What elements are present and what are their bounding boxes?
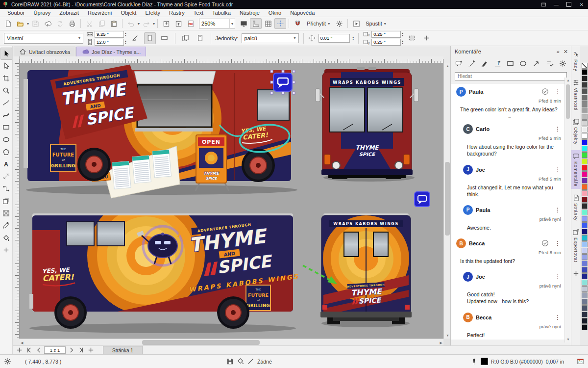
docker-tab-exportovat[interactable]: Exportovat [571,226,581,264]
rect-note-icon[interactable] [504,57,516,69]
new-document-icon[interactable] [2,18,14,29]
color-swatch[interactable] [582,158,588,164]
chevron-down-icon[interactable]: ▾ [138,22,140,26]
rulers-icon[interactable] [250,18,262,29]
menu-nastroje[interactable]: Nástroje [235,9,264,16]
no-color-swatch[interactable] [582,63,588,69]
tab-welcome-screen[interactable]: Uvítací obrazovka [14,47,75,56]
dimension-tool-icon[interactable] [0,170,12,183]
color-swatch[interactable] [582,324,588,330]
comment-menu-icon[interactable]: ⋮ [552,166,563,173]
ellipse-tool-icon[interactable] [0,133,12,146]
comment-thread[interactable]: PPaula⋮Před 8 minThe green color isn't a… [451,83,565,121]
menu-rozvrzeni[interactable]: Rozvržení [83,9,117,16]
gear-icon[interactable] [333,18,345,29]
color-swatch[interactable] [582,273,588,279]
zoom-tool-icon[interactable] [0,84,12,97]
comment-reply[interactable]: CCarlo⋮Před 5 minHow about using the log… [451,121,565,161]
import-icon[interactable] [160,18,172,29]
tab-current-document[interactable]: Joe Díaz - Thyme a... [76,47,146,56]
color-swatch[interactable] [582,95,588,101]
docker-tab-vlastnosti[interactable]: Vlastnosti [571,77,581,113]
color-swatch[interactable] [582,210,588,215]
truck-side-top[interactable]: ADVENTURES THROUGH THYME AND SPICE MENU [24,63,297,200]
drop-shadow-tool-icon[interactable] [0,195,12,207]
first-page-icon[interactable] [24,346,33,354]
ellipse-note-icon[interactable] [517,57,529,69]
color-swatch[interactable] [582,222,588,228]
zoom-level-combo[interactable]: ▾ [199,19,235,28]
menu-text[interactable]: Text [189,9,208,16]
export-icon[interactable] [172,18,184,29]
scroll-up-icon[interactable]: ▲ [446,64,449,69]
close-icon[interactable]: ✕ [575,0,588,9]
full-screen-icon[interactable] [238,18,249,29]
add-page-icon[interactable] [86,346,95,354]
comment-marker[interactable] [415,192,430,207]
color-swatch[interactable] [582,107,588,113]
snap-magnet-icon[interactable] [292,18,303,29]
color-swatch[interactable] [582,127,588,132]
color-swatch[interactable] [582,178,588,184]
menu-efekty[interactable]: Efekty [141,9,165,16]
color-swatch[interactable] [582,299,588,305]
all-pages-button[interactable] [180,32,192,44]
color-swatch[interactable] [582,171,588,177]
add-note-icon[interactable] [453,57,465,69]
color-swatch[interactable] [582,203,588,209]
vertical-scrollbar[interactable]: ▲ ▼ [443,63,450,339]
color-swatch[interactable] [582,101,588,107]
scroll-down-icon[interactable]: ▼ [566,337,570,342]
page-height-input[interactable] [95,39,124,46]
maximize-icon[interactable] [563,0,575,9]
color-swatch[interactable] [582,184,588,190]
thread-collapse-divider[interactable]: – [456,116,563,119]
shape-tool-icon[interactable] [0,60,12,72]
menu-napoveda[interactable]: Nápověda [286,9,319,16]
paste-icon[interactable] [108,18,120,29]
color-swatch[interactable] [582,241,588,247]
current-page-button[interactable] [195,32,206,44]
nudge-spinner[interactable]: ▴▾ [353,36,354,41]
add-page-icon[interactable] [15,346,24,354]
horizontal-scrollbar[interactable]: ◀ ▶ [20,339,443,345]
docker-tab-objekty[interactable]: Objekty [571,116,581,147]
color-swatch[interactable] [582,254,588,260]
color-swatch[interactable] [582,197,588,203]
color-swatch[interactable] [582,133,588,139]
truck-back[interactable]: WRAPS KABOBS WINGS ADVENTURES THROUGH TH… [320,213,412,327]
color-swatch[interactable] [582,146,588,152]
color-swatch[interactable] [582,114,588,120]
docker-tab-komentare[interactable]: Komentáře [571,150,581,189]
color-swatch[interactable] [582,88,588,94]
color-swatch[interactable] [582,152,588,158]
units-select[interactable]: palců▾ [242,33,299,43]
menu-okno[interactable]: Okno [264,9,286,16]
portrait-button[interactable] [144,32,156,44]
comment-menu-icon[interactable]: ⋮ [552,126,563,132]
horizontal-ruler[interactable] [20,56,443,63]
arrow-note-icon[interactable] [530,57,542,69]
truck-front[interactable]: WRAPS KABOBS WINGS THYME SPICE [316,67,418,182]
color-swatch[interactable] [582,318,588,324]
rectangle-tool-icon[interactable] [0,121,12,133]
comment-menu-icon[interactable]: ⋮ [552,273,563,280]
color-swatch[interactable] [582,305,588,311]
color-swatch[interactable] [582,261,588,266]
resolve-all-icon[interactable] [544,57,556,69]
color-swatch[interactable] [582,190,588,196]
color-swatch[interactable] [582,280,588,286]
scroll-thumb[interactable] [566,84,570,119]
comment-marker-selected[interactable] [270,70,295,94]
page-size-preset[interactable]: Vlastní▾ [4,33,83,44]
comment-menu-icon[interactable]: ⋮ [552,314,563,321]
ruler-origin[interactable] [13,56,20,63]
truck-side-bottom[interactable]: ADVENTURES THROUGH THYME AND SPICE WRAPS… [29,197,299,333]
close-icon[interactable]: ✕ [564,49,568,55]
panel-scrollbar[interactable]: ▲ ▼ [564,78,571,342]
scroll-left-icon[interactable]: ◀ [21,341,23,345]
resolve-check-icon[interactable] [541,239,549,247]
last-page-icon[interactable] [76,346,85,354]
chevron-down-icon[interactable]: ▾ [27,22,29,26]
menu-zobrazit[interactable]: Zobrazit [55,9,83,16]
